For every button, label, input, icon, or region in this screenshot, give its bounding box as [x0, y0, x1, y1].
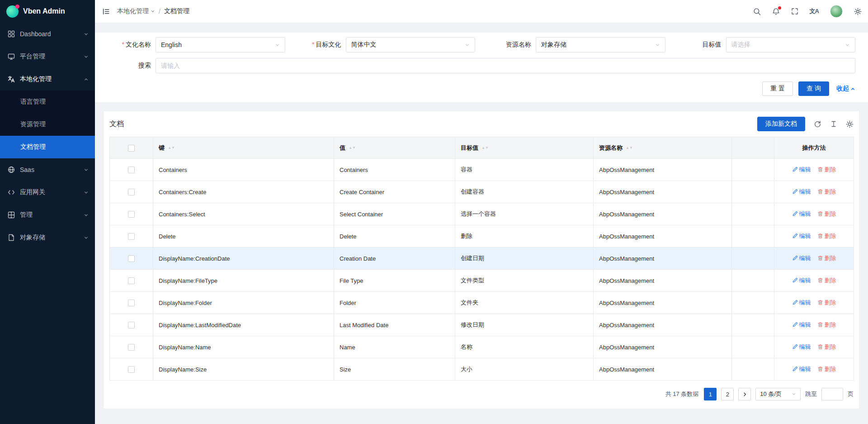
- cell-resource: AbpOssManagement: [594, 203, 732, 225]
- delete-link[interactable]: 删除: [817, 343, 836, 351]
- add-document-button[interactable]: 添加新文档: [757, 117, 805, 131]
- next-page-button[interactable]: [738, 388, 751, 400]
- sort-icon[interactable]: ▲▼: [626, 146, 633, 149]
- jump-page-input[interactable]: [821, 388, 843, 400]
- sidebar-subitem[interactable]: 语言管理: [0, 91, 95, 113]
- delete-link[interactable]: 删除: [817, 321, 836, 329]
- edit-link[interactable]: 编辑: [792, 232, 811, 240]
- sidebar-item-gateway[interactable]: 应用网关: [0, 181, 95, 204]
- sidebar-item-dashboard[interactable]: Dashboard: [0, 23, 95, 45]
- translate-icon[interactable]: 文A: [810, 7, 819, 15]
- column-header-target[interactable]: 目标值▲▼: [455, 137, 594, 159]
- column-settings-gear-icon[interactable]: [846, 120, 854, 128]
- cell-key: DisplayName:Name: [153, 336, 334, 358]
- target-value-select[interactable]: 请选择: [726, 37, 856, 52]
- sort-icon[interactable]: ▲▼: [349, 146, 356, 149]
- table-row[interactable]: ContainersContainers容器AbpOssManagement编辑…: [110, 159, 854, 181]
- delete-link[interactable]: 删除: [817, 276, 836, 285]
- delete-link[interactable]: 删除: [817, 299, 836, 307]
- sidebar-item-saas[interactable]: Saas: [0, 158, 95, 181]
- app-logo-icon: [6, 5, 19, 18]
- row-checkbox[interactable]: [128, 211, 135, 218]
- collapse-link[interactable]: 收起: [836, 85, 855, 93]
- table-row[interactable]: DisplayName:NameName名称AbpOssManagement编辑…: [110, 336, 854, 358]
- table-row[interactable]: DisplayName:FileTypeFile Type文件类型AbpOssM…: [110, 270, 854, 292]
- edit-link[interactable]: 编辑: [792, 276, 811, 285]
- row-checkbox[interactable]: [128, 277, 135, 284]
- row-checkbox[interactable]: [128, 233, 135, 240]
- sidebar-item-admin[interactable]: 管理: [0, 204, 95, 226]
- row-checkbox[interactable]: [128, 300, 135, 306]
- delete-link[interactable]: 删除: [817, 188, 836, 196]
- fullscreen-icon[interactable]: [791, 8, 798, 15]
- search-icon[interactable]: [753, 8, 761, 15]
- edit-link[interactable]: 编辑: [792, 299, 811, 307]
- table-row[interactable]: DisplayName:LastModifiedDateLast Modifie…: [110, 314, 854, 336]
- table-row[interactable]: DisplayName:FolderFolder文件夹AbpOssManagem…: [110, 292, 854, 314]
- chevron-down-icon: [151, 9, 155, 14]
- page-button-1[interactable]: 1: [704, 388, 717, 400]
- delete-link[interactable]: 删除: [817, 232, 836, 240]
- edit-link[interactable]: 编辑: [792, 343, 811, 351]
- delete-link[interactable]: 删除: [817, 166, 836, 174]
- row-checkbox[interactable]: [128, 189, 135, 195]
- column-header-value[interactable]: 值▲▼: [334, 137, 455, 159]
- row-height-icon[interactable]: [830, 120, 837, 128]
- settings-gear-icon[interactable]: [854, 8, 862, 15]
- edit-link[interactable]: 编辑: [792, 166, 811, 174]
- query-button[interactable]: 查 询: [798, 81, 829, 96]
- refresh-icon[interactable]: [814, 120, 821, 128]
- edit-link[interactable]: 编辑: [792, 321, 811, 329]
- sidebar-subitem[interactable]: 资源管理: [0, 113, 95, 136]
- trash-icon: [817, 255, 823, 261]
- table-row[interactable]: DisplayName:CreationDateCreation Date创建日…: [110, 248, 854, 270]
- sort-icon[interactable]: ▲▼: [481, 146, 489, 149]
- table-row[interactable]: DisplayName:SizeSize大小AbpOssManagement编辑…: [110, 358, 854, 381]
- sidebar: Vben Admin Dashboard平台管理本地化管理语言管理资源管理文档管…: [0, 0, 95, 424]
- page-size-select[interactable]: 10 条/页: [755, 388, 801, 400]
- row-checkbox[interactable]: [128, 167, 135, 173]
- row-checkbox[interactable]: [128, 322, 135, 329]
- culture-name-select[interactable]: English: [156, 37, 285, 52]
- search-input[interactable]: [156, 58, 855, 73]
- target-culture-select[interactable]: 简体中文: [346, 37, 476, 52]
- cell-target: 容器: [455, 159, 594, 181]
- cell-target: 大小: [455, 358, 594, 381]
- trash-icon: [817, 300, 823, 305]
- sort-icon[interactable]: ▲▼: [168, 146, 175, 149]
- delete-link[interactable]: 删除: [817, 210, 836, 218]
- table-row[interactable]: Containers:SelectSelect Container选择一个容器A…: [110, 203, 854, 225]
- edit-link[interactable]: 编辑: [792, 365, 811, 373]
- notification-bell-icon[interactable]: [772, 8, 780, 15]
- select-all-checkbox[interactable]: [128, 145, 135, 152]
- delete-link[interactable]: 删除: [817, 365, 836, 373]
- cell-key: Containers: [153, 159, 334, 181]
- edit-link[interactable]: 编辑: [792, 210, 811, 218]
- breadcrumb-parent[interactable]: 本地化管理: [117, 7, 155, 15]
- edit-link[interactable]: 编辑: [792, 254, 811, 262]
- sidebar-subitem[interactable]: 文档管理: [0, 136, 95, 158]
- app-title: Vben Admin: [23, 7, 65, 15]
- user-avatar[interactable]: [830, 5, 843, 18]
- column-header-resource[interactable]: 资源名称▲▼: [594, 137, 732, 159]
- cell-key: DisplayName:Size: [153, 358, 334, 381]
- row-checkbox[interactable]: [128, 344, 135, 351]
- sidebar-item-storage[interactable]: 对象存储: [0, 226, 95, 249]
- sidebar-item-localization[interactable]: 本地化管理: [0, 68, 95, 91]
- reset-button[interactable]: 重 置: [762, 81, 793, 96]
- notification-badge: [778, 6, 781, 10]
- resource-name-select[interactable]: 对象存储: [536, 37, 665, 52]
- delete-link[interactable]: 删除: [817, 254, 836, 262]
- sidebar-toggle-icon[interactable]: [102, 8, 110, 15]
- cell-key: Containers:Create: [153, 181, 334, 203]
- table-row[interactable]: Containers:CreateCreate Container创建容器Abp…: [110, 181, 854, 203]
- row-checkbox[interactable]: [128, 255, 135, 262]
- page-button-2[interactable]: 2: [721, 388, 734, 400]
- field-label: 目标值: [678, 41, 722, 49]
- row-checkbox[interactable]: [128, 366, 135, 373]
- sidebar-menu: Dashboard平台管理本地化管理语言管理资源管理文档管理Saas应用网关管理…: [0, 23, 95, 424]
- table-row[interactable]: DeleteDelete删除AbpOssManagement编辑删除: [110, 225, 854, 248]
- edit-link[interactable]: 编辑: [792, 188, 811, 196]
- sidebar-item-platform[interactable]: 平台管理: [0, 45, 95, 68]
- column-header-key[interactable]: 键▲▼: [153, 137, 334, 159]
